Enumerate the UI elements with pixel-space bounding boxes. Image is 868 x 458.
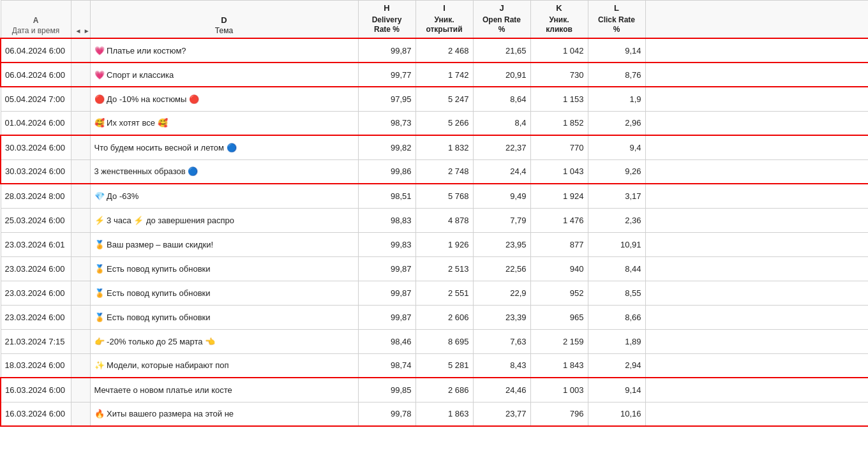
uniq-clicks-cell: 940 (530, 256, 588, 281)
nav-prev-icon[interactable]: ◄ (75, 27, 82, 34)
subject-cell: ⚡ 3 часа ⚡ до завершения распро (90, 208, 358, 232)
delivery-rate-cell: 99,86 (358, 159, 415, 184)
col-nav-header[interactable]: ◄ ► (71, 1, 90, 39)
row-num-cell (71, 281, 90, 305)
date-cell: 01.04.2024 6:00 (1, 111, 71, 135)
row-num-cell (71, 159, 90, 184)
uniq-clicks-cell: 796 (530, 402, 588, 426)
extra-cell (645, 184, 868, 208)
date-cell: 21.03.2024 7:15 (1, 329, 71, 353)
open-rate-cell: 8,4 (473, 111, 530, 135)
col-j-header[interactable]: J Open Rate% (473, 1, 530, 39)
extra-cell (645, 353, 868, 378)
row-num-cell (71, 256, 90, 281)
subject-cell: 🥰 Их хотят все 🥰 (90, 111, 358, 135)
subject-cell: 3 женственных образов 🔵 (90, 159, 358, 184)
table-row[interactable]: 23.03.2024 6:00🏅 Есть повод купить обнов… (1, 281, 868, 305)
row-num-cell (71, 111, 90, 135)
click-rate-cell: 8,66 (588, 305, 645, 329)
table-row[interactable]: 28.03.2024 8:00💎 До -63%98,515 7689,491 … (1, 184, 868, 208)
uniq-clicks-cell: 1 852 (530, 111, 588, 135)
open-rate-cell: 23,39 (473, 305, 530, 329)
click-rate-cell: 9,26 (588, 159, 645, 184)
row-num-cell (71, 208, 90, 232)
extra-cell (645, 63, 868, 87)
row-num-cell (71, 353, 90, 378)
click-rate-cell: 8,44 (588, 256, 645, 281)
uniq-clicks-cell: 1 042 (530, 38, 588, 63)
uniq-opens-cell: 2 748 (415, 159, 473, 184)
extra-cell (645, 87, 868, 111)
extra-cell (645, 305, 868, 329)
table-row[interactable]: 06.04.2024 6:00💗 Спорт и классика99,771 … (1, 63, 868, 87)
uniq-clicks-cell: 1 153 (530, 87, 588, 111)
uniq-opens-cell: 5 768 (415, 184, 473, 208)
row-num-cell (71, 38, 90, 63)
table-row[interactable]: 23.03.2024 6:00🏅 Есть повод купить обнов… (1, 305, 868, 329)
table-row[interactable]: 16.03.2024 6:00🔥 Хиты вашего размера на … (1, 402, 868, 426)
col-k-header[interactable]: K Уник.кликов (530, 1, 588, 39)
extra-cell (645, 38, 868, 63)
col-a-header[interactable]: A Дата и время (1, 1, 71, 39)
open-rate-cell: 7,79 (473, 208, 530, 232)
delivery-rate-cell: 99,87 (358, 281, 415, 305)
table-row[interactable]: 23.03.2024 6:00🏅 Есть повод купить обнов… (1, 256, 868, 281)
open-rate-cell: 8,64 (473, 87, 530, 111)
delivery-rate-cell: 98,51 (358, 184, 415, 208)
subject-cell: 💗 Спорт и классика (90, 63, 358, 87)
open-rate-cell: 7,63 (473, 329, 530, 353)
table-row[interactable]: 01.04.2024 6:00🥰 Их хотят все 🥰98,735 26… (1, 111, 868, 135)
table-row[interactable]: 18.03.2024 6:00✨ Модели, которые набираю… (1, 353, 868, 378)
open-rate-cell: 9,49 (473, 184, 530, 208)
click-rate-cell: 9,14 (588, 38, 645, 63)
uniq-clicks-cell: 1 476 (530, 208, 588, 232)
extra-cell (645, 232, 868, 256)
date-cell: 30.03.2024 6:00 (1, 135, 71, 159)
open-rate-cell: 22,9 (473, 281, 530, 305)
table-row[interactable]: 21.03.2024 7:15👉 -20% только до 25 марта… (1, 329, 868, 353)
delivery-rate-cell: 99,85 (358, 378, 415, 402)
uniq-opens-cell: 2 686 (415, 378, 473, 402)
table-row[interactable]: 30.03.2024 6:003 женственных образов 🔵99… (1, 159, 868, 184)
date-cell: 25.03.2024 6:00 (1, 208, 71, 232)
delivery-rate-cell: 97,95 (358, 87, 415, 111)
uniq-clicks-cell: 877 (530, 232, 588, 256)
col-h-header[interactable]: H DeliveryRate % (358, 1, 415, 39)
uniq-opens-cell: 5 247 (415, 87, 473, 111)
row-num-cell (71, 329, 90, 353)
col-d-header[interactable]: D Тема (90, 1, 358, 39)
delivery-rate-cell: 99,83 (358, 232, 415, 256)
uniq-clicks-cell: 1 843 (530, 353, 588, 378)
extra-cell (645, 208, 868, 232)
table-row[interactable]: 25.03.2024 6:00⚡ 3 часа ⚡ до завершения … (1, 208, 868, 232)
table-row[interactable]: 05.04.2024 7:00🔴 До -10% на костюмы 🔴97,… (1, 87, 868, 111)
subject-cell: 💎 До -63% (90, 184, 358, 208)
subject-cell: 🏅 Есть повод купить обновки (90, 256, 358, 281)
subject-cell: 🔴 До -10% на костюмы 🔴 (90, 87, 358, 111)
uniq-opens-cell: 2 606 (415, 305, 473, 329)
subject-cell: 🏅 Есть повод купить обновки (90, 281, 358, 305)
open-rate-cell: 21,65 (473, 38, 530, 63)
delivery-rate-cell: 98,83 (358, 208, 415, 232)
subject-cell: 🏅 Ваш размер – ваши скидки! (90, 232, 358, 256)
table-row[interactable]: 23.03.2024 6:01🏅 Ваш размер – ваши скидк… (1, 232, 868, 256)
table-row[interactable]: 06.04.2024 6:00💗 Платье или костюм?99,87… (1, 38, 868, 63)
date-cell: 18.03.2024 6:00 (1, 353, 71, 378)
delivery-rate-cell: 99,87 (358, 256, 415, 281)
date-cell: 06.04.2024 6:00 (1, 63, 71, 87)
uniq-clicks-cell: 965 (530, 305, 588, 329)
table-row[interactable]: 30.03.2024 6:00Что будем носить весной и… (1, 135, 868, 159)
extra-cell (645, 159, 868, 184)
table-row[interactable]: 16.03.2024 6:00Мечтаете о новом платье и… (1, 378, 868, 402)
click-rate-cell: 10,91 (588, 232, 645, 256)
nav-next-icon[interactable]: ► (84, 27, 90, 34)
click-rate-cell: 9,4 (588, 135, 645, 159)
extra-cell (645, 329, 868, 353)
col-l-header[interactable]: L Click Rate% (588, 1, 645, 39)
col-i-header[interactable]: I Уник.открытий (415, 1, 473, 39)
extra-cell (645, 378, 868, 402)
delivery-rate-cell: 99,87 (358, 38, 415, 63)
delivery-rate-cell: 98,74 (358, 353, 415, 378)
extra-cell (645, 135, 868, 159)
row-num-cell (71, 232, 90, 256)
